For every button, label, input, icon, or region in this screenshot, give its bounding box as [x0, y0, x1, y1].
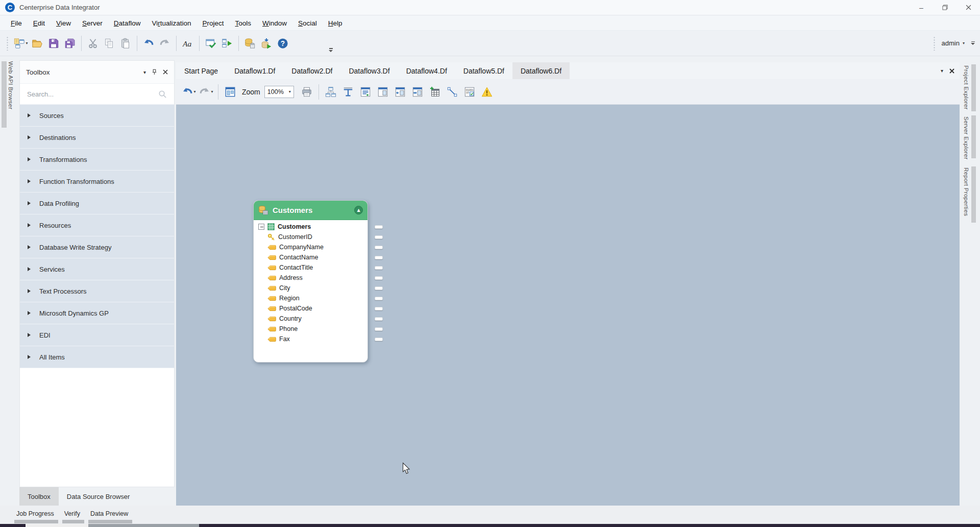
- toolbox-category-sources[interactable]: Sources: [20, 105, 174, 127]
- toolbox-category-transformations[interactable]: Transformations: [20, 149, 174, 171]
- field-row-country[interactable]: Country: [254, 314, 368, 324]
- toolbar-copy-button[interactable]: [101, 35, 117, 52]
- toolbar-overflow-button[interactable]: [329, 48, 333, 52]
- toolbar-verify-window-button[interactable]: [203, 35, 219, 52]
- output-port[interactable]: [375, 338, 383, 341]
- output-port[interactable]: [375, 225, 383, 229]
- menu-dataflow[interactable]: Dataflow: [108, 16, 146, 31]
- toolbox-category-destinations[interactable]: Destinations: [20, 127, 174, 149]
- canvas-toolbar-redo-button[interactable]: ▾: [198, 83, 215, 101]
- toolbar-new-dataflow-button[interactable]: ▾: [13, 35, 29, 52]
- output-port[interactable]: [375, 266, 383, 270]
- toolbox-category-services[interactable]: Services: [20, 258, 174, 280]
- field-row-postalcode[interactable]: PostalCode: [254, 303, 368, 314]
- menu-server[interactable]: Server: [77, 16, 108, 31]
- output-port[interactable]: [375, 286, 383, 290]
- canvas-toolbar-preview-pane-left-button[interactable]: [391, 83, 409, 101]
- sidebar-tab-web-api-browser[interactable]: Web API Browser: [2, 59, 15, 128]
- canvas-toolbar-warnings-button[interactable]: [478, 83, 496, 101]
- toolbox-category-text-processors[interactable]: Text Processors: [20, 280, 174, 302]
- canvas-toolbar-preview-pane-split-button[interactable]: [409, 83, 426, 101]
- canvas-toolbar-diagram-layout-button[interactable]: [222, 83, 239, 101]
- chevron-down-icon[interactable]: ▾: [143, 69, 146, 75]
- customers-node[interactable]: Customers ▲ CustomersCustomerIDCompanyNa…: [253, 200, 368, 363]
- output-port[interactable]: [375, 317, 383, 321]
- tab-dataflow5-df[interactable]: Dataflow5.Df: [455, 62, 512, 79]
- toolbar-cut-button[interactable]: [85, 35, 101, 52]
- tab-start-page[interactable]: Start Page: [176, 62, 226, 79]
- tab-dataflow2-df[interactable]: Dataflow2.Df: [283, 62, 340, 79]
- canvas-toolbar-undo-button[interactable]: ▾: [180, 83, 198, 101]
- menu-tools[interactable]: Tools: [229, 16, 257, 31]
- output-port[interactable]: [375, 256, 383, 259]
- menu-social[interactable]: Social: [292, 16, 323, 31]
- zoom-level-select[interactable]: 100%▾: [264, 86, 294, 98]
- toolbox-category-all-items[interactable]: All Items: [20, 346, 174, 368]
- field-row-fax[interactable]: Fax: [254, 334, 368, 344]
- toolbar-undo-button[interactable]: [140, 35, 157, 52]
- output-port[interactable]: [375, 327, 383, 331]
- minimize-button[interactable]: –: [910, 0, 933, 15]
- customers-node-header[interactable]: Customers ▲: [254, 201, 368, 220]
- output-port[interactable]: [375, 307, 383, 310]
- output-port[interactable]: [375, 235, 383, 239]
- canvas-toolbar-link-tool-button[interactable]: [444, 83, 461, 101]
- toolbar-redo-button[interactable]: [157, 35, 173, 52]
- toolbar-run-dataflow-button[interactable]: [219, 35, 235, 52]
- toolbox-category-data-profiling[interactable]: Data Profiling: [20, 193, 174, 214]
- toolbox-category-database-write-strategy[interactable]: Database Write Strategy: [20, 236, 174, 258]
- tab-dataflow3-df[interactable]: Dataflow3.Df: [340, 62, 398, 79]
- field-row-phone[interactable]: Phone: [254, 324, 368, 334]
- collapse-tree-icon[interactable]: [258, 224, 264, 230]
- canvas-toolbar-auto-layout-button[interactable]: [322, 83, 339, 101]
- toolbar-options-button[interactable]: [971, 41, 975, 45]
- close-button[interactable]: [957, 0, 980, 15]
- bottom-tab-verify[interactable]: Verify: [63, 508, 81, 521]
- toolbar-grip[interactable]: [6, 36, 9, 51]
- canvas-toolbar-add-expression-table-button[interactable]: [426, 83, 444, 101]
- field-row-contacttitle[interactable]: ContactTitle: [254, 262, 368, 273]
- menu-window[interactable]: Window: [257, 16, 292, 31]
- canvas-toolbar-align-center-button[interactable]: [339, 83, 357, 101]
- menu-view[interactable]: View: [51, 16, 77, 31]
- toolbar-grip[interactable]: [933, 36, 936, 51]
- menu-project[interactable]: Project: [197, 16, 229, 31]
- sidebar-tab-project-explorer[interactable]: Project Explorer: [963, 64, 976, 111]
- pin-icon[interactable]: [151, 69, 158, 76]
- bottom-tab-data-preview[interactable]: Data Preview: [89, 508, 129, 521]
- output-port[interactable]: [375, 276, 383, 280]
- canvas-toolbar-preview-pane-button[interactable]: [374, 83, 391, 101]
- toolbar-save-button[interactable]: [45, 35, 62, 52]
- menu-file[interactable]: File: [5, 16, 28, 31]
- toolbar-open-file-button[interactable]: [29, 35, 45, 52]
- tab-dataflow1-df[interactable]: Dataflow1.Df: [226, 62, 283, 79]
- toolbar-database-run-button[interactable]: [258, 35, 275, 52]
- search-input[interactable]: [27, 90, 158, 98]
- tab-dataflow4-df[interactable]: Dataflow4.Df: [398, 62, 455, 79]
- sidebar-tab-server-explorer[interactable]: Server Explorer: [963, 115, 976, 160]
- toolbar-save-all-button[interactable]: [62, 35, 78, 52]
- output-port[interactable]: [375, 297, 383, 300]
- close-icon[interactable]: [163, 69, 168, 75]
- menu-help[interactable]: Help: [323, 16, 348, 31]
- field-row-address[interactable]: Address: [254, 273, 368, 283]
- canvas-toolbar-arrange-list-button[interactable]: [357, 83, 374, 101]
- output-port[interactable]: [375, 246, 383, 249]
- toolbar-help-button[interactable]: ?: [275, 35, 291, 52]
- user-menu[interactable]: admin ▾: [942, 39, 965, 47]
- toolbar-paste-button[interactable]: [117, 35, 134, 52]
- field-row-city[interactable]: City: [254, 283, 368, 293]
- tab-list-dropdown-icon[interactable]: ▾: [941, 68, 943, 74]
- panel-tab-data-source-browser[interactable]: Data Source Browser: [59, 487, 138, 506]
- canvas-toolbar-data-preview-button[interactable]: 0100110: [461, 83, 478, 101]
- toolbar-font-button[interactable]: Aa: [180, 35, 196, 52]
- toolbox-category-edi[interactable]: EDI: [20, 324, 174, 346]
- field-row-customerid[interactable]: CustomerID: [254, 232, 368, 242]
- maximize-button[interactable]: [933, 0, 957, 15]
- menu-virtualization[interactable]: Virtualization: [146, 16, 197, 31]
- toolbox-category-resources[interactable]: Resources: [20, 214, 174, 236]
- canvas-toolbar-print-button[interactable]: [298, 83, 315, 101]
- menu-edit[interactable]: Edit: [28, 16, 51, 31]
- field-row-companyname[interactable]: CompanyName: [254, 242, 368, 252]
- toolbar-database-diff-button[interactable]: [242, 35, 258, 52]
